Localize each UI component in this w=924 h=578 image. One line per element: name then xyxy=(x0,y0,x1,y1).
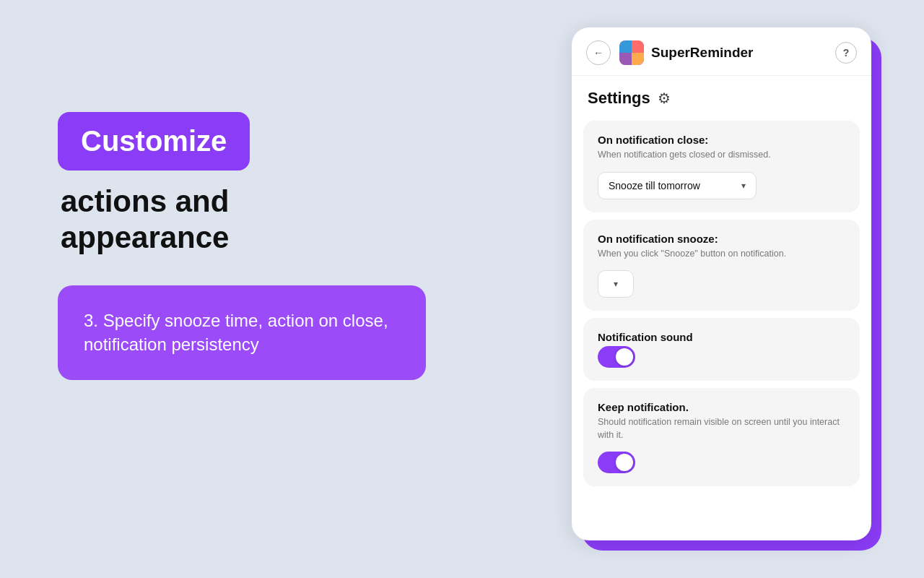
subtitle-text: actions andappearance xyxy=(61,184,426,256)
app-title: SuperReminder xyxy=(651,45,835,61)
notification-snooze-dropdown[interactable]: ▾ xyxy=(598,270,634,298)
settings-content: On notification close: When notification… xyxy=(572,115,871,492)
back-arrow-icon: ← xyxy=(593,47,603,59)
help-icon: ? xyxy=(843,47,850,59)
setting-label-notification-sound: Notification sound xyxy=(598,331,845,343)
setting-card-notification-sound: Notification sound xyxy=(583,318,860,381)
settings-title: Settings xyxy=(588,89,650,108)
setting-label-keep-notification: Keep notification. xyxy=(598,401,845,413)
setting-desc-on-close: When notification gets closed or dismiss… xyxy=(598,149,845,162)
step-card-text: 3. Specify snooze time, action on close,… xyxy=(84,311,388,355)
keep-notification-toggle[interactable] xyxy=(598,452,635,473)
setting-desc-keep-notification: Should notification remain visible on sc… xyxy=(598,416,845,441)
toggle-knob-sound xyxy=(616,348,633,366)
setting-label-on-close: On notification close: xyxy=(598,134,845,146)
phone-wrapper: ← SuperReminder ? Settings ⚙ On notifica… xyxy=(572,27,882,555)
small-dropdown-arrow-icon: ▾ xyxy=(614,279,618,289)
left-section: Customize actions andappearance 3. Speci… xyxy=(58,112,426,380)
dropdown-arrow-icon: ▾ xyxy=(741,181,746,191)
phone-card: ← SuperReminder ? Settings ⚙ On notifica… xyxy=(572,27,871,540)
step-card: 3. Specify snooze time, action on close,… xyxy=(58,285,426,380)
gear-icon: ⚙ xyxy=(658,90,671,107)
notification-close-value: Snooze till tomorrow xyxy=(609,180,700,191)
setting-card-keep-notification: Keep notification. Should notification r… xyxy=(583,388,860,486)
setting-card-on-snooze: On notification snooze: When you click "… xyxy=(583,220,860,311)
app-icon xyxy=(619,40,644,65)
setting-card-on-close: On notification close: When notification… xyxy=(583,121,860,212)
notification-close-dropdown[interactable]: Snooze till tomorrow ▾ xyxy=(598,172,757,199)
customize-label: Customize xyxy=(81,125,227,157)
phone-header: ← SuperReminder ? xyxy=(572,27,871,76)
setting-label-on-snooze: On notification snooze: xyxy=(598,233,845,245)
app-icon-inner xyxy=(619,40,644,65)
toggle-knob-keep xyxy=(616,454,633,471)
help-button[interactable]: ? xyxy=(835,42,857,64)
settings-header: Settings ⚙ xyxy=(572,76,871,115)
back-button[interactable]: ← xyxy=(586,40,611,65)
customize-badge: Customize xyxy=(58,112,250,171)
setting-desc-on-snooze: When you click "Snooze" button on notifi… xyxy=(598,248,845,261)
notification-sound-toggle[interactable] xyxy=(598,346,635,368)
